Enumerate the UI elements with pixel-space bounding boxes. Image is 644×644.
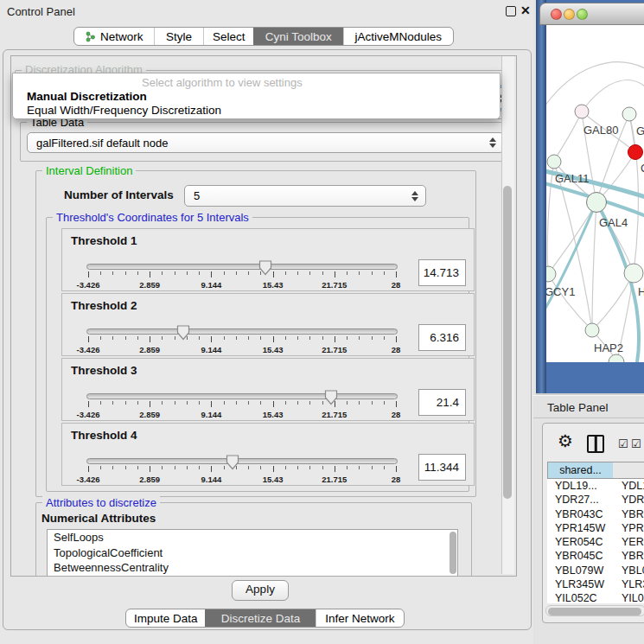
tab-cyni-toolbox-label: Cyni Toolbox — [265, 30, 332, 43]
network-edge — [592, 273, 634, 330]
table-panel-body: ⚙ ☑ ☑ shared... na YDL19...YDL1YDR27...Y… — [542, 423, 644, 623]
tab-network-label: Network — [100, 30, 143, 43]
table-hscrollbar-track[interactable] — [545, 605, 644, 616]
table-row[interactable]: YLR345WYLR3 — [547, 577, 644, 591]
slider-track[interactable] — [86, 393, 398, 399]
tick-mark — [359, 401, 360, 405]
slider-ticks — [88, 336, 396, 343]
table-row[interactable]: YDR27...YDR2 — [547, 493, 644, 507]
table-data-combobox[interactable]: galFiltered.sif default node — [27, 132, 504, 153]
tab-impute-data[interactable]: Impute Data — [126, 609, 205, 627]
slider-thumb[interactable] — [258, 260, 272, 276]
tab-discretize-data[interactable]: Discretize Data — [205, 609, 315, 627]
column-header-name[interactable]: na — [613, 462, 644, 479]
scale-label: 15.43 — [263, 280, 284, 290]
tick-mark — [372, 401, 373, 405]
network-node[interactable] — [609, 354, 624, 362]
tick-mark — [285, 466, 286, 469]
scale-label: 21.715 — [322, 410, 347, 419]
threshold-2-value-field[interactable]: 6.316 — [418, 324, 466, 351]
column-header-shared-name[interactable]: shared... — [547, 462, 613, 479]
tick-mark — [248, 336, 249, 340]
tab-jactivemnodules[interactable]: jActiveMNodules — [343, 28, 453, 45]
network-node-gal11[interactable] — [547, 155, 561, 169]
table-row[interactable]: YER054CYER0 — [547, 535, 644, 549]
float-window-icon[interactable] — [506, 6, 516, 16]
gear-icon[interactable]: ⚙ — [558, 430, 573, 451]
tick-mark — [187, 466, 188, 469]
tick-mark — [150, 336, 150, 342]
slider-thumb[interactable] — [324, 390, 338, 405]
threshold-4-value-field[interactable]: 11.344 — [418, 454, 466, 481]
tick-mark — [396, 466, 397, 472]
slider-track[interactable] — [86, 458, 398, 464]
threshold-1-value-field[interactable]: 14.713 — [418, 259, 466, 286]
tick-mark — [309, 401, 310, 405]
network-window-titlebar[interactable] — [539, 3, 644, 25]
slider-thumb[interactable] — [226, 455, 239, 470]
table-hscrollbar-thumb[interactable] — [548, 608, 641, 615]
tick-mark — [396, 336, 397, 342]
cell-name: YBR0 — [613, 549, 644, 563]
algorithm-dropdown-popup: Select algorithm to view settings Manual… — [12, 73, 501, 119]
tab-select[interactable]: Select — [203, 28, 253, 45]
tick-mark — [248, 466, 249, 469]
network-node-hap2[interactable] — [585, 323, 599, 337]
tick-mark — [211, 466, 212, 472]
tick-mark — [335, 466, 335, 472]
slider-track[interactable] — [86, 328, 398, 335]
scale-label: 2.859 — [139, 475, 160, 484]
tick-mark — [347, 466, 348, 469]
panel-scrollbar-thumb[interactable] — [503, 186, 512, 499]
cell-shared-name: YLR345W — [547, 577, 613, 591]
tab-style[interactable]: Style — [154, 28, 204, 45]
tab-infer-network[interactable]: Infer Network — [316, 609, 404, 627]
tick-mark — [125, 271, 126, 275]
network-node-c[interactable] — [628, 145, 643, 160]
network-node-gal80[interactable] — [575, 105, 589, 118]
network-node-h[interactable] — [624, 264, 643, 283]
scale-label: 15.43 — [263, 345, 284, 354]
slider-track[interactable] — [86, 264, 398, 270]
threshold-1-slider: -3.4262.8599.14415.4321.71528 — [88, 262, 396, 291]
attribute-list-item[interactable]: TopologicalCoefficient — [48, 545, 457, 561]
attribute-list-item[interactable]: BetweennessCentrality — [48, 560, 457, 576]
split-table-icon[interactable] — [587, 435, 604, 453]
slider-thumb[interactable] — [176, 325, 190, 341]
table-row[interactable]: YBR045CYBR0 — [547, 549, 644, 563]
tab-network[interactable]: Network — [74, 28, 154, 45]
close-icon[interactable]: ✕ — [520, 3, 531, 17]
network-node-gal4[interactable] — [587, 193, 607, 213]
list-scrollbar[interactable] — [450, 532, 456, 574]
tick-mark — [100, 336, 101, 340]
table-row[interactable]: YBR043CYBR0 — [547, 507, 644, 521]
scale-label: 2.859 — [139, 410, 160, 419]
table-row[interactable]: YDL19...YDL1 — [547, 479, 644, 493]
table-row[interactable]: YPR145WYPR1 — [547, 521, 644, 535]
network-node-ga[interactable] — [622, 107, 636, 121]
apply-button[interactable]: Apply — [232, 580, 289, 601]
network-canvas[interactable]: GAL80GACGAL11GAL4GCY1HHAP2 — [546, 25, 644, 362]
network-node-gcy1[interactable] — [546, 266, 556, 282]
minimize-traffic-light[interactable] — [564, 9, 575, 20]
close-traffic-light[interactable] — [551, 9, 562, 20]
table-row[interactable]: YBL079WYBL0 — [547, 564, 644, 577]
scale-label: 9.144 — [201, 345, 222, 354]
tick-mark — [372, 271, 373, 275]
popup-option-equal-width[interactable]: Equal Width/Frequency Discretization — [15, 104, 510, 117]
zoom-traffic-light[interactable] — [577, 9, 588, 20]
attribute-list-item[interactable]: SelfLoops — [48, 530, 457, 545]
checkbox-column-icon-2[interactable]: ☑ — [631, 437, 641, 450]
threshold-3-value-field[interactable]: 21.4 — [418, 389, 466, 416]
slider-scale-labels: -3.4262.8599.14415.4321.71528 — [88, 475, 396, 484]
num-intervals-combobox[interactable]: 5 — [184, 185, 426, 207]
popup-option-manual-discretization[interactable]: Manual Discretization — [15, 90, 510, 103]
checkbox-column-icon[interactable]: ☑ — [618, 437, 628, 450]
threshold-3-label: Threshold 3 — [71, 364, 137, 377]
tick-mark — [112, 271, 113, 275]
tab-cyni-toolbox[interactable]: Cyni Toolbox — [253, 28, 343, 45]
table-rows: YDL19...YDL1YDR27...YDR2YBR043CYBR0YPR14… — [547, 479, 644, 603]
table-row[interactable]: YIL052CYIL0 — [547, 591, 644, 603]
network-icon — [85, 31, 96, 42]
cell-name: YPR1 — [613, 521, 644, 535]
